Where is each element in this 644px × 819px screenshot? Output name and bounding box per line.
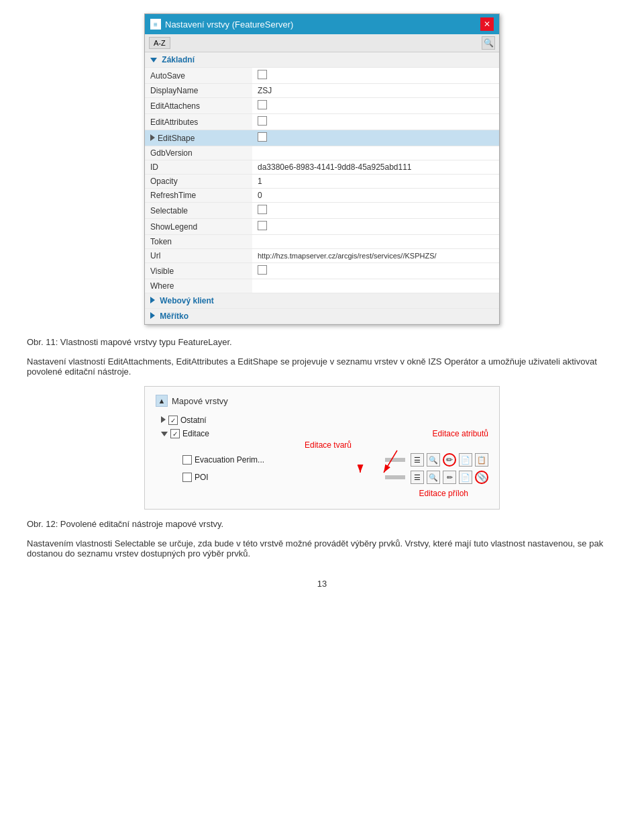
prop-value[interactable]: [252, 263, 499, 279]
page-number: 13: [27, 579, 617, 589]
prop-label: AutoSave: [145, 68, 252, 84]
checkbox-editshape[interactable]: [258, 132, 267, 142]
section-webovy-klient[interactable]: Webový klient: [145, 293, 499, 309]
prop-value-url: http://hzs.tmapserver.cz/arcgis/rest/ser…: [252, 249, 499, 263]
body-text-2: Nastavením vlastnosti Selectable se urču…: [27, 538, 617, 559]
table-row: Selectable: [145, 203, 499, 219]
property-table: Základní AutoSave DisplayName ZSJ: [145, 52, 499, 324]
table-row: GdbVersion: [145, 146, 499, 160]
prop-value-editshape[interactable]: [252, 130, 499, 146]
layer-item-poi: POI ☰ 🔍 ✏ 📄 📎: [156, 469, 488, 486]
body-text-1: Nastavení vlastností EditAttachments, Ed…: [27, 356, 617, 377]
caption-2: Obr. 12: Povolené editační nástroje mapo…: [27, 519, 617, 529]
prop-label: Opacity: [145, 175, 252, 189]
prop-label-refreshtime: RefreshTime: [145, 189, 252, 203]
expand-editace[interactable]: [161, 429, 168, 438]
checkbox-autosave[interactable]: [258, 70, 267, 79]
prop-label: ID: [145, 160, 252, 175]
section-collapse-icon: [150, 58, 157, 62]
prop-label: EditAttachens: [145, 98, 252, 114]
sort-az-button[interactable]: A-Z: [149, 37, 170, 49]
section-meritko-label: Měřítko: [160, 311, 189, 321]
list-icon-evacuation[interactable]: ☰: [411, 453, 424, 467]
layer-item-ostatni: ✓ Ostatní: [156, 414, 488, 427]
property-dialog: ≡ Nastavení vrstvy (FeatureServer) ✕ A-Z…: [144, 13, 500, 325]
table-row: Url http://hzs.tmapserver.cz/arcgis/rest…: [145, 249, 499, 263]
expand-ostatni[interactable]: [161, 416, 166, 425]
section-zakladni[interactable]: Základní: [145, 52, 499, 68]
prop-label: EditAttributes: [145, 114, 252, 130]
prop-label-editshape: EditShape: [145, 130, 252, 146]
checkbox-ostatni[interactable]: ✓: [168, 416, 178, 425]
prop-value[interactable]: [252, 98, 499, 114]
edit-pencil-icon-evacuation[interactable]: ✏: [443, 453, 456, 467]
layers-container: ✓ Ostatní ✓ Editace Editace atributů Edi…: [156, 414, 488, 498]
table-row: AutoSave: [145, 68, 499, 84]
caption-1: Obr. 11: Vlastnosti mapové vrstvy typu F…: [27, 337, 617, 347]
table-row: Opacity 1: [145, 175, 499, 189]
table-row: EditAttributes: [145, 114, 499, 130]
checkbox-editattachens[interactable]: [258, 100, 267, 109]
layer-name-poi: POI: [195, 473, 354, 482]
checkbox-editattributes[interactable]: [258, 116, 267, 126]
section-zakladni-label: Základní: [162, 55, 195, 64]
map-panel-title-label: Mapové vrstvy: [172, 396, 228, 406]
prop-value[interactable]: [252, 203, 499, 219]
prop-value: [252, 235, 499, 249]
checkbox-visible[interactable]: [258, 265, 267, 275]
table-row: ShowLegend: [145, 219, 499, 235]
checkbox-evacuation[interactable]: [182, 455, 192, 465]
file-icon-evacuation[interactable]: 📄: [459, 453, 472, 467]
layer-name-editace: Editace: [182, 429, 390, 438]
prop-value[interactable]: [252, 219, 499, 235]
prop-value: ZSJ: [252, 84, 499, 98]
layer-item-editace: ✓ Editace Editace atributů: [156, 427, 488, 440]
layer-name-evacuation: Evacuation Perim...: [195, 455, 380, 465]
search-icon-evacuation[interactable]: 🔍: [427, 453, 440, 467]
search-icon-poi[interactable]: 🔍: [427, 471, 440, 484]
dialog-title: Nastavení vrstvy (FeatureServer): [165, 19, 293, 30]
prop-label: Visible: [145, 263, 252, 279]
file-icon-poi[interactable]: 📄: [459, 471, 472, 484]
editace-tvary-annotation-row: Editace tvarů: [177, 440, 488, 450]
layer-name-ostatni: Ostatní: [180, 416, 488, 425]
edit-pencil-icon-poi[interactable]: ✏: [443, 471, 456, 484]
map-panel-title: ▲ Mapové vrstvy: [156, 395, 488, 407]
paperclip-icon-poi[interactable]: 📎: [475, 471, 488, 484]
prop-label: Selectable: [145, 203, 252, 219]
prop-value[interactable]: [252, 114, 499, 130]
annotation-editace-attr: Editace atributů: [433, 429, 488, 438]
table-row-editshape[interactable]: EditShape: [145, 130, 499, 146]
prop-label: DisplayName: [145, 84, 252, 98]
checkbox-poi[interactable]: [182, 473, 192, 482]
section-webovyklient-label: Webový klient: [160, 296, 213, 305]
map-panel-collapse-icon[interactable]: ▲: [156, 395, 168, 407]
checkbox-editace[interactable]: ✓: [170, 429, 180, 438]
map-panel-wrapper: ▲ Mapové vrstvy ✓ Ostatní ✓ Editace: [27, 386, 617, 510]
prop-value[interactable]: [252, 68, 499, 84]
dialog-toolbar: A-Z 🔍: [145, 34, 499, 52]
expand-icon-editace: [161, 432, 168, 436]
prop-value: [252, 279, 499, 293]
prop-value-opacity: 1: [252, 175, 499, 189]
table-row: DisplayName ZSJ: [145, 84, 499, 98]
layer-item-evacuation: Evacuation Perim... ☰ 🔍 ✏ 📄 📋: [156, 451, 488, 469]
section-meritko[interactable]: Měřítko: [145, 309, 499, 324]
checkbox-selectable[interactable]: [258, 205, 267, 214]
section-meritko-icon: [150, 312, 155, 319]
file2-icon-evacuation[interactable]: 📋: [475, 453, 488, 467]
list-icon-poi[interactable]: ☰: [411, 471, 424, 484]
prop-value-id: da3380e6-8983-4141-9dd8-45a925abd111: [252, 160, 499, 175]
titlebar-left: ≡ Nastavení vrstvy (FeatureServer): [150, 19, 293, 30]
table-row: ID da3380e6-8983-4141-9dd8-45a925abd111: [145, 160, 499, 175]
table-row: Visible: [145, 263, 499, 279]
checkbox-showlegend[interactable]: [258, 221, 267, 230]
dialog-close-button[interactable]: ✕: [480, 17, 494, 31]
dialog-titlebar: ≡ Nastavení vrstvy (FeatureServer) ✕: [145, 14, 499, 34]
search-icon[interactable]: 🔍: [482, 36, 495, 50]
editace-priloha-annotation-row: Editace příloh: [156, 489, 468, 498]
layer-tools-poi: ☰ 🔍 ✏ 📄 📎: [411, 471, 488, 484]
table-row: EditAttachens: [145, 98, 499, 114]
prop-label: Url: [145, 249, 252, 263]
prop-value-refreshtime: 0: [252, 189, 499, 203]
